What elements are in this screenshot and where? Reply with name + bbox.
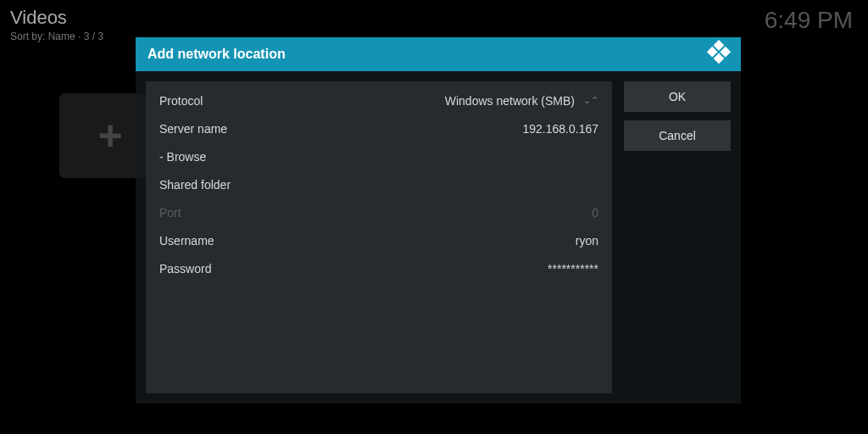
dialog-body: Protocol Windows network (SMB) ⌄⌃ Server… — [136, 71, 741, 403]
server-name-label: Server name — [159, 122, 522, 136]
protocol-label: Protocol — [159, 94, 445, 108]
sort-value: Name — [48, 31, 75, 42]
username-row[interactable]: Username ryon — [146, 226, 612, 254]
add-network-dialog: Add network location Protocol Windows ne… — [136, 37, 741, 403]
page-title: Videos — [10, 7, 103, 29]
clock: 6:49 PM — [765, 7, 853, 34]
kodi-logo-icon — [704, 40, 733, 69]
shared-folder-label: Shared folder — [159, 178, 598, 192]
password-value: *********** — [548, 262, 598, 275]
port-label: Port — [159, 206, 592, 220]
shared-folder-row[interactable]: Shared folder — [146, 170, 612, 198]
ok-button[interactable]: OK — [624, 81, 731, 112]
sort-info: Sort by: Name · 3 / 3 — [10, 31, 103, 42]
background-header: Videos Sort by: Name · 3 / 3 — [10, 7, 103, 42]
item-count: 3 / 3 — [84, 31, 103, 42]
form-panel: Protocol Windows network (SMB) ⌄⌃ Server… — [146, 81, 612, 393]
port-row: Port 0 — [146, 198, 612, 226]
protocol-value: Windows network (SMB) — [445, 94, 575, 108]
protocol-row[interactable]: Protocol Windows network (SMB) ⌄⌃ — [146, 86, 612, 114]
password-label: Password — [159, 262, 548, 275]
port-value: 0 — [592, 206, 598, 220]
button-panel: OK Cancel — [624, 81, 731, 393]
server-name-value: 192.168.0.167 — [522, 122, 598, 136]
dialog-header: Add network location — [136, 37, 741, 71]
sort-separator: · — [78, 31, 84, 42]
server-name-row[interactable]: Server name 192.168.0.167 — [146, 114, 612, 142]
dialog-title: Add network location — [147, 47, 286, 62]
password-row[interactable]: Password *********** — [146, 254, 612, 282]
chevron-up-icon: ⌃ — [591, 95, 598, 106]
browse-label: - Browse — [159, 150, 598, 164]
browse-row[interactable]: - Browse — [146, 142, 612, 170]
username-label: Username — [159, 234, 576, 248]
cancel-button[interactable]: Cancel — [624, 120, 731, 151]
sort-prefix: Sort by: — [10, 31, 45, 42]
username-value: ryon — [576, 234, 598, 248]
chevron-down-icon: ⌄ — [583, 95, 591, 106]
plus-icon: + — [97, 111, 122, 160]
spinner-arrows-icon[interactable]: ⌄⌃ — [583, 95, 598, 106]
